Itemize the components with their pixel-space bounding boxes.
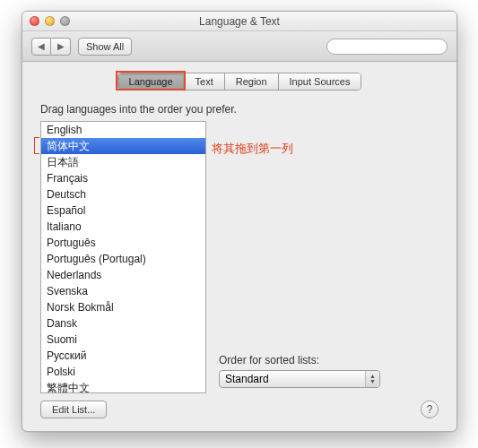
- order-label: Order for sorted lists:: [219, 354, 439, 366]
- list-item[interactable]: English: [41, 122, 205, 138]
- list-item[interactable]: 简体中文: [41, 138, 205, 154]
- list-item[interactable]: Polski: [41, 364, 205, 380]
- list-item[interactable]: Suomi: [41, 332, 205, 348]
- content: LanguageTextRegionInput Sources Drag lan…: [22, 62, 456, 431]
- tab-input-sources[interactable]: Input Sources: [279, 73, 361, 90]
- footer: Edit List... ?: [40, 401, 439, 418]
- list-item[interactable]: 日本語: [41, 154, 205, 170]
- help-button[interactable]: ?: [421, 401, 439, 418]
- window-title: Language & Text: [22, 15, 456, 28]
- language-list[interactable]: English简体中文日本語FrançaisDeutschEspañolItal…: [40, 121, 206, 393]
- search-input[interactable]: [326, 39, 448, 55]
- list-item[interactable]: 繁體中文: [41, 380, 205, 393]
- tab-text[interactable]: Text: [185, 73, 225, 90]
- list-item[interactable]: Norsk Bokmål: [41, 299, 205, 315]
- list-item[interactable]: Deutsch: [41, 186, 205, 202]
- updown-arrows-icon: ▲▼: [365, 371, 379, 387]
- list-item[interactable]: Español: [41, 202, 205, 219]
- sorted-lists-popup[interactable]: Standard ▲▼: [219, 370, 380, 388]
- chevron-right-icon: ▶: [57, 41, 65, 51]
- list-item[interactable]: Русский: [41, 348, 205, 364]
- annotation-text: 将其拖到第一列: [212, 141, 293, 157]
- list-item[interactable]: Svenska: [41, 283, 205, 299]
- edit-list-button[interactable]: Edit List...: [40, 401, 107, 418]
- list-item[interactable]: Dansk: [41, 315, 205, 332]
- list-item[interactable]: Nederlands: [41, 267, 205, 283]
- close-button[interactable]: [30, 16, 39, 26]
- instruction-label: Drag languages into the order you prefer…: [40, 103, 439, 116]
- zoom-button[interactable]: [60, 16, 70, 26]
- body-row: English简体中文日本語FrançaisDeutschEspañolItal…: [40, 121, 439, 393]
- forward-button[interactable]: ▶: [51, 38, 71, 56]
- search-wrap: [326, 39, 448, 55]
- list-item[interactable]: Italiano: [41, 219, 205, 235]
- toolbar: ◀ ▶ Show All: [22, 31, 456, 62]
- tab-language[interactable]: Language: [118, 73, 185, 90]
- annotation-bracket: [34, 137, 39, 154]
- sorted-lists-value: Standard: [225, 373, 269, 385]
- list-item[interactable]: Português (Portugal): [41, 251, 205, 267]
- back-button[interactable]: ◀: [31, 38, 51, 56]
- window-controls: [30, 16, 70, 26]
- show-all-button[interactable]: Show All: [78, 38, 132, 56]
- tab-bar: LanguageTextRegionInput Sources: [117, 73, 362, 90]
- preferences-window: Language & Text ◀ ▶ Show All LanguageTex…: [22, 11, 457, 432]
- right-column: 将其拖到第一列 Order for sorted lists: Standard…: [219, 121, 439, 393]
- titlebar: Language & Text: [22, 12, 456, 31]
- chevron-left-icon: ◀: [38, 41, 45, 51]
- list-item[interactable]: Français: [41, 170, 205, 186]
- minimize-button[interactable]: [45, 16, 55, 26]
- list-item[interactable]: Português: [41, 235, 205, 251]
- tab-region[interactable]: Region: [225, 73, 279, 90]
- nav-buttons: ◀ ▶: [31, 38, 71, 56]
